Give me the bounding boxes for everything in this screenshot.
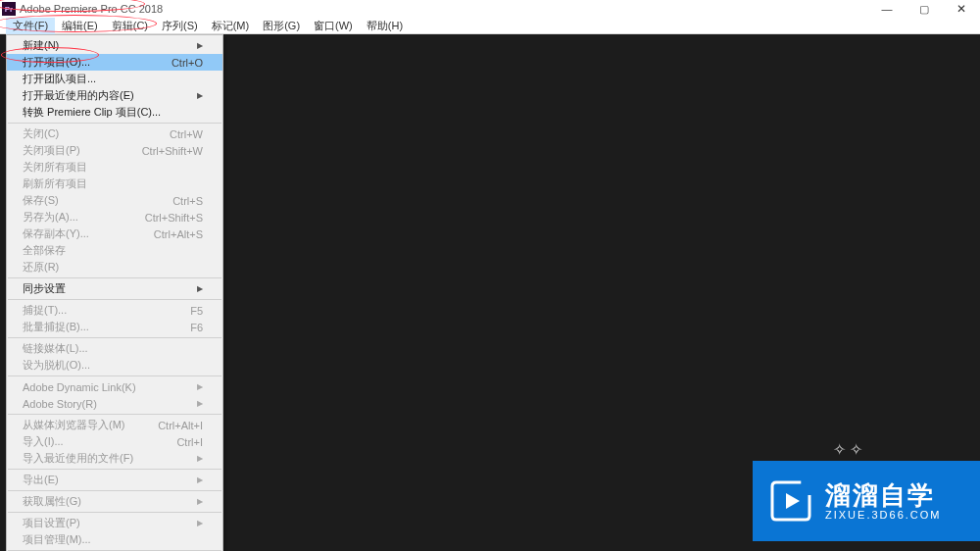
menu-item-1[interactable]: 编辑(E) xyxy=(55,18,105,34)
menu-entry-label: 保存(S) xyxy=(23,193,59,208)
menu-entry-22: 设为脱机(O)... xyxy=(7,357,222,374)
menu-entry-13: 全部保存 xyxy=(7,242,222,259)
submenu-arrow-icon: ▶ xyxy=(197,284,203,293)
watermark-text: 溜溜自学 ZIXUE.3D66.COM xyxy=(825,481,941,522)
menu-entry-12: 保存副本(Y)...Ctrl+Alt+S xyxy=(7,225,222,242)
app-icon: Pr xyxy=(2,2,16,16)
menu-entry-label: 同步设置 xyxy=(23,281,66,296)
menu-entry-2[interactable]: 打开团队项目... xyxy=(7,71,222,87)
menu-entry-label: 还原(R) xyxy=(23,260,59,275)
menu-entry-35: 项目设置(P)▶ xyxy=(7,515,222,531)
menu-entry-label: 刷新所有项目 xyxy=(23,176,87,191)
window-controls: — ▢ ✕ xyxy=(868,0,980,18)
menu-item-0[interactable]: 文件(F) xyxy=(6,18,55,34)
watermark-main: 溜溜自学 xyxy=(825,481,941,510)
menu-entry-label: 导入最近使用的文件(F) xyxy=(23,451,133,466)
menu-entry-shortcut: Ctrl+O xyxy=(172,57,203,69)
menu-entry-36: 项目管理(M)... xyxy=(7,531,222,548)
menu-entry-label: 全部保存 xyxy=(23,243,66,258)
menu-entry-shortcut: Ctrl+Shift+S xyxy=(145,212,203,224)
menu-entry-29: 导入最近使用的文件(F)▶ xyxy=(7,450,222,467)
menu-entry-label: Adobe Dynamic Link(K) xyxy=(23,381,136,393)
menu-entry-label: 关闭(C) xyxy=(23,126,59,141)
menu-entry-25: Adobe Story(R)▶ xyxy=(7,395,222,412)
menu-item-4[interactable]: 标记(M) xyxy=(205,18,257,34)
menu-entry-21: 链接媒体(L)... xyxy=(7,340,222,357)
menu-entry-label: 设为脱机(O)... xyxy=(23,358,90,373)
menu-entry-label: 关闭项目(P) xyxy=(23,143,80,158)
menu-entry-24: Adobe Dynamic Link(K)▶ xyxy=(7,378,222,395)
menu-entry-3[interactable]: 打开最近使用的内容(E)▶ xyxy=(7,87,222,104)
menu-entry-label: 导入(I)... xyxy=(23,434,64,449)
menu-entry-label: 项目设置(P) xyxy=(23,516,80,530)
menu-entry-shortcut: F6 xyxy=(190,322,203,333)
menu-separator xyxy=(8,512,221,513)
submenu-arrow-icon: ▶ xyxy=(197,497,203,506)
menu-entry-label: 关闭所有项目 xyxy=(23,160,87,175)
menubar: 文件(F)编辑(E)剪辑(C)序列(S)标记(M)图形(G)窗口(W)帮助(H) xyxy=(0,18,980,34)
menu-entry-10: 保存(S)Ctrl+S xyxy=(7,192,222,209)
menu-entry-label: 链接媒体(L)... xyxy=(23,341,88,356)
menu-separator xyxy=(8,376,221,376)
menu-entry-label: 新建(N) xyxy=(23,38,59,53)
menu-separator xyxy=(8,490,221,491)
menu-entry-shortcut: Ctrl+I xyxy=(176,436,203,448)
menu-entry-9: 刷新所有项目 xyxy=(7,175,222,192)
menu-entry-label: 捕捉(T)... xyxy=(23,303,67,318)
menu-entry-label: 批量捕捉(B)... xyxy=(23,320,89,334)
menu-separator xyxy=(8,469,221,470)
menu-entry-4[interactable]: 转换 Premiere Clip 项目(C)... xyxy=(7,104,222,121)
menu-entry-1[interactable]: 打开项目(O)...Ctrl+O xyxy=(7,54,222,71)
file-menu-dropdown: 新建(N)▶打开项目(O)...Ctrl+O打开团队项目...打开最近使用的内容… xyxy=(6,34,223,551)
menu-item-2[interactable]: 剪辑(C) xyxy=(105,18,155,34)
maximize-button[interactable]: ▢ xyxy=(906,0,943,18)
menu-entry-label: 打开最近使用的内容(E) xyxy=(23,88,134,103)
minimize-button[interactable]: — xyxy=(868,0,906,18)
watermark-sub: ZIXUE.3D66.COM xyxy=(825,509,941,521)
menu-entry-label: 转换 Premiere Clip 项目(C)... xyxy=(23,105,161,120)
submenu-arrow-icon: ▶ xyxy=(197,476,203,484)
menu-entry-7: 关闭项目(P)Ctrl+Shift+W xyxy=(7,142,222,159)
watermark-banner: 溜溜自学 ZIXUE.3D66.COM xyxy=(753,461,980,541)
menu-separator xyxy=(8,299,221,300)
menu-entry-31: 导出(E)▶ xyxy=(7,472,222,488)
menu-entry-label: 项目管理(M)... xyxy=(23,532,91,547)
close-button[interactable]: ✕ xyxy=(943,0,980,18)
menu-item-6[interactable]: 窗口(W) xyxy=(307,18,360,34)
menu-entry-18: 捕捉(T)...F5 xyxy=(7,302,222,319)
menu-entry-8: 关闭所有项目 xyxy=(7,159,222,175)
submenu-arrow-icon: ▶ xyxy=(197,454,203,463)
submenu-arrow-icon: ▶ xyxy=(197,41,203,50)
menu-entry-28: 导入(I)...Ctrl+I xyxy=(7,433,222,450)
menu-separator xyxy=(8,414,221,415)
menu-entry-19: 批量捕捉(B)...F6 xyxy=(7,319,222,335)
menu-entry-label: 打开项目(O)... xyxy=(23,55,90,70)
app-title: Adobe Premiere Pro CC 2018 xyxy=(20,3,163,15)
menu-entry-0[interactable]: 新建(N)▶ xyxy=(7,37,222,54)
menu-entry-33: 获取属性(G)▶ xyxy=(7,493,222,510)
menu-entry-14: 还原(R) xyxy=(7,259,222,276)
menu-item-5[interactable]: 图形(G) xyxy=(256,18,307,34)
menu-item-7[interactable]: 帮助(H) xyxy=(360,18,410,34)
menu-entry-6: 关闭(C)Ctrl+W xyxy=(7,125,222,142)
submenu-arrow-icon: ▶ xyxy=(197,519,203,527)
menu-entry-label: 从媒体浏览器导入(M) xyxy=(23,418,125,432)
titlebar: Pr Adobe Premiere Pro CC 2018 — ▢ ✕ xyxy=(0,0,980,18)
submenu-arrow-icon: ▶ xyxy=(197,399,203,408)
menu-item-3[interactable]: 序列(S) xyxy=(155,18,205,34)
menu-entry-shortcut: F5 xyxy=(190,305,203,317)
menu-entry-shortcut: Ctrl+W xyxy=(170,128,203,140)
menu-entry-shortcut: Ctrl+Alt+I xyxy=(158,420,203,431)
menu-entry-11: 另存为(A)...Ctrl+Shift+S xyxy=(7,209,222,225)
menu-entry-16[interactable]: 同步设置▶ xyxy=(7,280,222,297)
menu-separator xyxy=(8,277,221,278)
watermark-play-icon xyxy=(766,476,815,526)
menu-entry-label: Adobe Story(R) xyxy=(23,398,97,410)
menu-entry-label: 另存为(A)... xyxy=(23,210,78,225)
menu-entry-shortcut: Ctrl+S xyxy=(172,195,203,207)
menu-separator xyxy=(8,123,221,124)
menu-entry-label: 导出(E) xyxy=(23,473,59,487)
menu-entry-label: 获取属性(G) xyxy=(23,494,81,509)
menu-separator xyxy=(8,337,221,338)
menu-entry-label: 保存副本(Y)... xyxy=(23,226,89,241)
